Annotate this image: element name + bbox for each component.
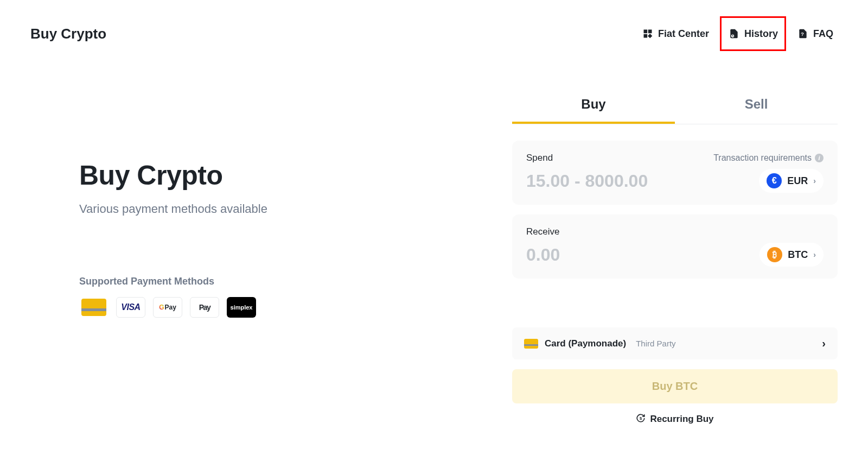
page-title: Buy Crypto <box>30 26 106 42</box>
top-nav: Fiat Center History ? FAQ <box>637 16 838 51</box>
spend-currency-selector[interactable]: € EUR › <box>759 169 824 193</box>
main-content: Buy Crypto Various payment methods avail… <box>0 89 868 425</box>
hero-panel: Buy Crypto Various payment methods avail… <box>30 89 334 425</box>
spend-input[interactable] <box>526 171 700 191</box>
nav-history[interactable]: History <box>720 16 786 51</box>
chevron-right-icon: › <box>813 250 816 259</box>
svg-text:$: $ <box>640 416 642 421</box>
history-icon <box>728 28 740 40</box>
payment-method-name: Card (Paymonade) <box>545 338 626 349</box>
nav-faq[interactable]: ? FAQ <box>793 22 838 45</box>
payment-method-gpay: G Pay <box>153 297 182 318</box>
payment-method-tag: Third Party <box>636 339 675 348</box>
receive-input[interactable] <box>526 245 700 265</box>
svg-text:?: ? <box>801 31 804 37</box>
spend-label: Spend <box>526 153 553 163</box>
btc-icon: ₿ <box>767 247 782 262</box>
transaction-requirements-link[interactable]: Transaction requirements i <box>713 153 824 163</box>
buy-button[interactable]: Buy BTC <box>512 369 838 403</box>
chevron-right-icon: › <box>822 337 826 350</box>
spend-card: Spend Transaction requirements i € EUR › <box>512 141 838 205</box>
svg-rect-1 <box>648 30 652 34</box>
chevron-right-icon: › <box>813 176 816 185</box>
payment-method-visa: VISA <box>116 297 145 318</box>
nav-fiat-center-label: Fiat Center <box>658 28 709 40</box>
hero-title: Buy Crypto <box>79 160 334 191</box>
tab-sell[interactable]: Sell <box>675 89 838 124</box>
spend-currency-code: EUR <box>787 175 808 187</box>
supported-methods-title: Supported Payment Methods <box>79 276 334 287</box>
receive-label: Receive <box>526 226 559 237</box>
nav-history-label: History <box>744 28 778 40</box>
receive-currency-code: BTC <box>788 249 808 261</box>
recurring-buy-label: Recurring Buy <box>650 414 713 425</box>
payment-method-simplex: simplex <box>227 297 256 318</box>
hero-subtitle: Various payment methods available <box>79 202 334 216</box>
recurring-buy-link[interactable]: $ Recurring Buy <box>512 413 838 425</box>
trade-tabs: Buy Sell <box>512 89 838 124</box>
payment-methods-row: VISA G Pay Pay simplex <box>79 297 334 318</box>
payment-method-apple-pay: Pay <box>190 297 219 318</box>
card-icon <box>524 339 538 349</box>
nav-fiat-center[interactable]: Fiat Center <box>637 22 713 45</box>
payment-method-card-icon <box>79 297 108 318</box>
nav-faq-label: FAQ <box>813 28 833 40</box>
svg-marker-3 <box>648 34 652 38</box>
top-bar: Buy Crypto Fiat Center History ? FAQ <box>0 0 868 56</box>
trade-panel: Buy Sell Spend Transaction requirements … <box>512 89 838 425</box>
info-icon: i <box>815 154 824 162</box>
receive-currency-selector[interactable]: ₿ BTC › <box>760 243 824 267</box>
tab-buy[interactable]: Buy <box>512 89 675 124</box>
eur-icon: € <box>767 173 782 188</box>
receive-card: Receive ₿ BTC › <box>512 214 838 279</box>
svg-rect-0 <box>643 30 647 34</box>
faq-icon: ? <box>797 28 809 40</box>
svg-rect-2 <box>643 34 647 38</box>
payment-method-selector[interactable]: Card (Paymonade) Third Party › <box>512 327 838 359</box>
recurring-icon: $ <box>636 413 646 425</box>
tx-req-label: Transaction requirements <box>713 153 812 163</box>
grid-icon <box>642 28 654 40</box>
